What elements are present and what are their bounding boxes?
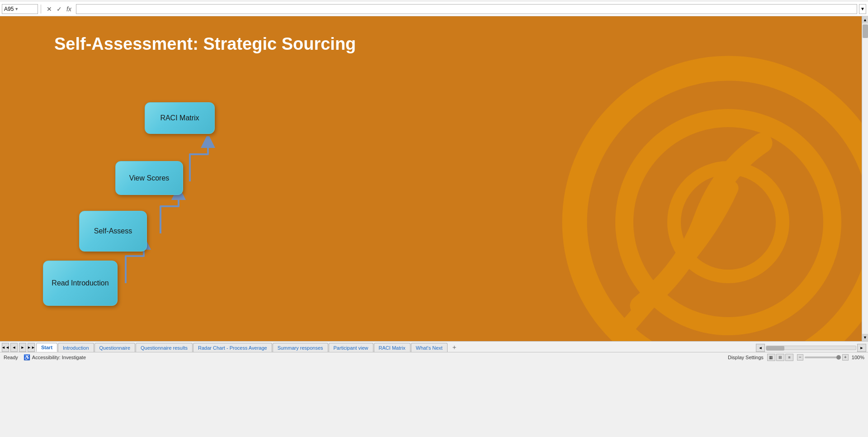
accessibility-icon: ♿ — [24, 354, 30, 361]
formula-input[interactable] — [76, 4, 857, 14]
status-ready: Ready — [4, 355, 18, 360]
page-layout-btn[interactable]: ⊞ — [776, 354, 784, 361]
zoom-out-btn[interactable]: − — [797, 354, 803, 361]
background-pattern — [559, 52, 862, 341]
raci-matrix-label: RACI Matrix — [160, 114, 199, 122]
read-introduction-label: Read Introduction — [52, 279, 108, 287]
h-scroll-track[interactable] — [766, 346, 856, 350]
read-introduction-button[interactable]: Read Introduction — [43, 261, 118, 306]
zoom-slider: − + 100% — [797, 354, 864, 361]
accessibility-status: ♿ Accessibility: Investigate — [24, 354, 86, 361]
zoom-handle[interactable] — [836, 355, 841, 360]
tab-raci-matrix[interactable]: RACI Matrix — [374, 343, 410, 352]
cancel-icon[interactable]: ✕ — [46, 5, 53, 13]
status-right-controls: Display Settings ▦ ⊞ ≡ − + 100% — [728, 354, 864, 361]
page-break-btn[interactable]: ≡ — [785, 354, 793, 361]
zoom-track[interactable] — [805, 356, 841, 358]
h-scroll-left-btn[interactable]: ◄ — [756, 344, 765, 352]
tab-questionnaire[interactable]: Questionnaire — [94, 343, 136, 352]
vertical-scrollbar[interactable]: ▲ ▼ — [862, 16, 868, 341]
tab-participant-view[interactable]: Participant view — [329, 343, 373, 352]
scroll-down-btn[interactable]: ▼ — [862, 334, 868, 341]
status-bar: Ready ♿ Accessibility: Investigate Displ… — [0, 352, 868, 362]
main-content-area: Self-Assessment: Strategic Sourcing — [0, 16, 862, 341]
arrow-selfassess-to-viewscores — [151, 188, 188, 238]
formula-expand-btn[interactable]: ▼ — [859, 4, 866, 14]
view-scores-button[interactable]: View Scores — [115, 161, 183, 195]
add-sheet-btn[interactable]: ＋ — [450, 343, 459, 352]
view-scores-label: View Scores — [129, 174, 170, 182]
self-assess-button[interactable]: Self-Assess — [79, 211, 147, 252]
page-title: Self-Assessment: Strategic Sourcing — [54, 34, 356, 54]
h-scroll-thumb[interactable] — [766, 346, 784, 351]
tab-summary-responses[interactable]: Summary responses — [273, 343, 328, 352]
h-scroll-right-btn[interactable]: ► — [857, 344, 866, 352]
tab-scroll-right-end[interactable]: ►► — [28, 343, 35, 352]
scroll-thumb[interactable] — [863, 24, 868, 38]
zoom-label: 100% — [852, 355, 864, 360]
formula-divider — [41, 5, 41, 14]
tab-introduction[interactable]: Introduction — [58, 343, 94, 352]
sheet-tabs-container: ◄◄ ◄ ► ►► Start Introduction Questionnai… — [0, 341, 868, 352]
tab-scroll-controls: ◄ ► — [756, 344, 868, 352]
display-settings-label[interactable]: Display Settings — [728, 355, 764, 360]
cell-reference-box[interactable]: A95 ▼ — [2, 4, 38, 14]
normal-view-btn[interactable]: ▦ — [767, 354, 775, 361]
tab-whats-next[interactable]: What's Next — [411, 343, 448, 352]
cell-ref-value: A95 — [4, 6, 14, 12]
tab-questionnaire-results[interactable]: Questionnaire results — [136, 343, 193, 352]
tab-scroll-right[interactable]: ► — [19, 343, 26, 352]
tab-scroll-left-start[interactable]: ◄◄ — [2, 343, 9, 352]
confirm-icon[interactable]: ✓ — [56, 5, 63, 13]
raci-matrix-button[interactable]: RACI Matrix — [145, 102, 215, 134]
arrow-viewscores-to-raci — [181, 136, 217, 186]
formula-bar: A95 ▼ ✕ ✓ fx ▼ — [0, 2, 868, 16]
view-mode-buttons: ▦ ⊞ ≡ — [767, 354, 793, 361]
tab-radar-chart[interactable]: Radar Chart - Process Average — [193, 343, 272, 352]
tab-start[interactable]: Start — [36, 343, 57, 352]
fx-icon[interactable]: fx — [66, 5, 72, 13]
tab-scroll-left[interactable]: ◄ — [10, 343, 18, 352]
self-assess-label: Self-Assess — [94, 227, 132, 235]
zoom-in-btn[interactable]: + — [842, 354, 849, 361]
scroll-up-btn[interactable]: ▲ — [862, 16, 868, 24]
